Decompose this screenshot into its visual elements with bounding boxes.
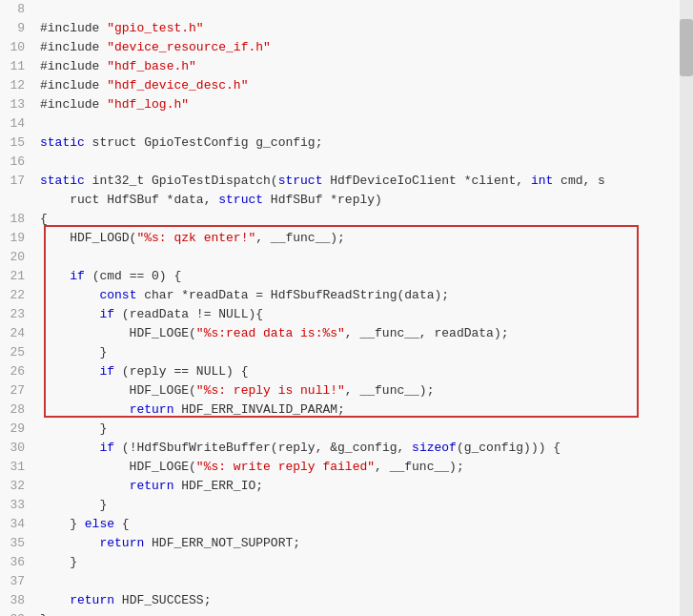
table-row: 25 }: [0, 343, 693, 362]
code-token: }: [40, 612, 48, 616]
line-content: return HDF_ERR_NOT_SUPPORT;: [36, 534, 693, 553]
line-number: 24: [0, 324, 36, 343]
line-number: 36: [0, 553, 36, 572]
code-token-kw: sizeof: [412, 441, 457, 455]
table-row: 37: [0, 572, 693, 591]
code-token-normal: HDF_LOGD(: [40, 231, 136, 245]
scrollbar-thumb[interactable]: [680, 19, 693, 76]
code-token-kw: if: [70, 269, 85, 283]
code-token-kw: if: [99, 307, 114, 321]
line-number: 8: [0, 0, 36, 19]
code-token-normal: {: [114, 517, 130, 531]
line-number: 38: [0, 591, 36, 610]
code-token-kw: return: [130, 479, 174, 493]
code-token-normal: #include: [40, 21, 107, 35]
code-token-normal: HdfSBuf *reply): [263, 193, 382, 207]
line-number: 27: [0, 381, 36, 400]
code-token-kw: return: [70, 593, 114, 607]
code-token-normal: #include: [40, 59, 107, 73]
table-row: 17static int32_t GpioTestDispatch(struct…: [0, 172, 693, 191]
table-row: 31 HDF_LOGE("%s: write reply failed", __…: [0, 458, 693, 477]
code-token-normal: (g_config))) {: [457, 441, 561, 455]
line-content: #include "device_resource_if.h": [36, 38, 693, 57]
line-content: #include "hdf_device_desc.h": [36, 76, 693, 95]
code-token-kw: struct: [218, 193, 263, 207]
line-number: 9: [0, 19, 36, 38]
line-content: #include "hdf_log.h": [36, 95, 693, 114]
code-token-inc-path: "device_resource_if.h": [107, 40, 271, 54]
line-number: 31: [0, 458, 36, 477]
line-number: 37: [0, 572, 36, 591]
code-token-kw: const: [99, 288, 136, 302]
line-content: {: [36, 210, 693, 229]
code-token-kw: int: [531, 174, 553, 188]
line-content: static struct GpioTestConfig g_config;: [36, 133, 693, 153]
table-row: 29 }: [0, 420, 693, 439]
code-token-kw: if: [99, 441, 114, 455]
line-content: if (reply == NULL) {: [36, 362, 693, 381]
table-row: 8: [0, 0, 693, 19]
line-number: 21: [0, 267, 36, 286]
line-content: HDF_LOGE("%s:read data is:%s", __func__,…: [36, 324, 693, 343]
table-row: 21 if (cmd == 0) {: [0, 267, 693, 286]
table-row: 10#include "device_resource_if.h": [0, 38, 693, 57]
code-token-inc-path: "hdf_base.h": [107, 59, 196, 73]
line-number: 22: [0, 286, 36, 305]
line-number: 30: [0, 439, 36, 458]
table-row: 33 }: [0, 496, 693, 515]
line-content: HDF_LOGE("%s: write reply failed", __fun…: [36, 458, 693, 477]
line-number: 20: [0, 248, 36, 267]
code-token-normal: HDF_ERR_NOT_SUPPORT;: [144, 536, 300, 550]
code-token-normal: HDF_ERR_IO;: [173, 479, 263, 493]
code-token-normal: #include: [40, 78, 107, 92]
code-token-normal: #include: [40, 40, 107, 54]
line-content: return HDF_ERR_IO;: [36, 477, 693, 496]
code-token-normal: int32_t GpioTestDispatch(: [92, 174, 278, 188]
code-token-normal: [40, 269, 70, 283]
code-token-normal: [40, 364, 99, 379]
code-token-str: "%s: write reply failed": [196, 460, 375, 474]
line-content: }: [36, 343, 693, 362]
line-number: 17: [0, 172, 36, 191]
line-content: } else {: [36, 515, 693, 534]
code-token-normal: HDF_LOGE(: [40, 383, 196, 398]
code-token-str: "%s:read data is:%s": [196, 326, 345, 340]
table-row: 27 HDF_LOGE("%s: reply is null!", __func…: [0, 381, 693, 400]
line-content: [36, 114, 693, 133]
line-content: HDF_LOGD("%s: qzk enter!", __func__);: [36, 229, 693, 248]
code-token-kw: static: [40, 135, 92, 150]
line-number: 28: [0, 400, 36, 420]
table-row: 14: [0, 114, 693, 133]
table-row: 26 if (reply == NULL) {: [0, 362, 693, 381]
line-number: 26: [0, 362, 36, 381]
table-row: 9#include "gpio_test.h": [0, 19, 693, 38]
code-token-kw: return: [99, 536, 144, 550]
table-row: 39}: [0, 610, 693, 616]
table-row: 12#include "hdf_device_desc.h": [0, 76, 693, 95]
code-token-kw: return: [130, 402, 174, 417]
line-content: if (cmd == 0) {: [36, 267, 693, 286]
table-row: 36 }: [0, 553, 693, 572]
line-content: static int32_t GpioTestDispatch(struct H…: [36, 172, 693, 191]
line-content: [36, 0, 693, 19]
table-row: 38 return HDF_SUCCESS;: [0, 591, 693, 610]
table-row: 22 const char *readData = HdfSbufReadStr…: [0, 286, 693, 305]
line-number: [0, 191, 36, 210]
code-token-kw: static: [40, 174, 92, 188]
code-token-normal: (readData != NULL){: [114, 307, 263, 321]
table-row: 15static struct GpioTestConfig g_config;: [0, 133, 693, 153]
table-row: 13#include "hdf_log.h": [0, 95, 693, 114]
line-number: 23: [0, 305, 36, 324]
line-number: 33: [0, 496, 36, 515]
table-row: 30 if (!HdfSbufWriteBuffer(reply, &g_con…: [0, 439, 693, 458]
scrollbar-track[interactable]: [680, 0, 693, 616]
table-row: 32 return HDF_ERR_IO;: [0, 477, 693, 496]
line-content: }: [36, 420, 693, 439]
line-content: }: [36, 553, 693, 572]
code-token-normal: HDF_LOGE(: [40, 460, 196, 474]
code-token-normal: [40, 441, 99, 455]
code-token-normal: [40, 536, 99, 550]
code-token: {: [40, 212, 48, 226]
line-number: 29: [0, 420, 36, 439]
code-token-normal: HDF_SUCCESS;: [114, 593, 211, 607]
